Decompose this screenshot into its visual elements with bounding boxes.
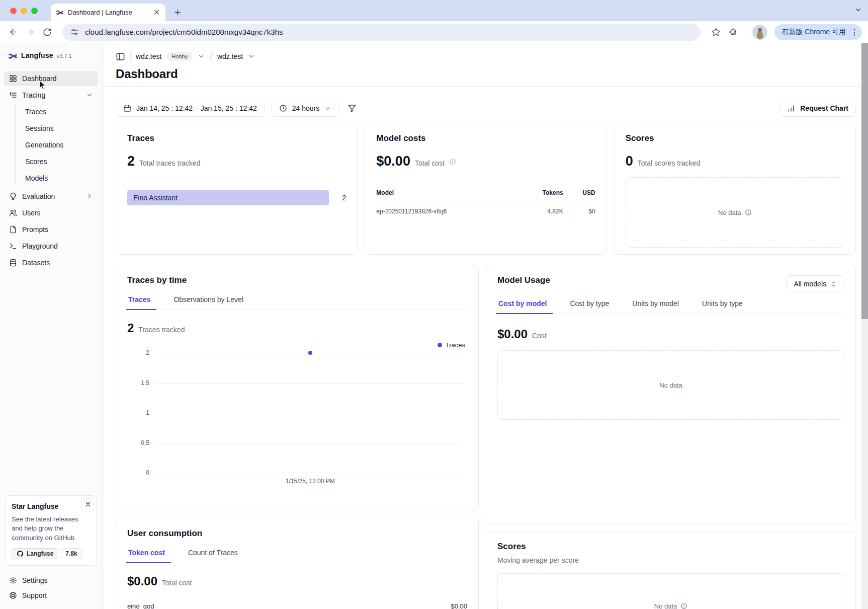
zoom-window-button[interactable] bbox=[31, 8, 38, 14]
info-icon[interactable] bbox=[449, 158, 456, 165]
sidebar-item-generations[interactable]: Generations bbox=[16, 137, 98, 153]
star-langfuse-card: Star Langfuse See the latest releases an… bbox=[5, 495, 97, 566]
sidebar-item-prompts[interactable]: Prompts bbox=[4, 222, 98, 237]
sidebar-item-playground[interactable]: Playground bbox=[4, 239, 98, 254]
tab-observations-by-level[interactable]: Observations by Level bbox=[172, 295, 244, 310]
tab-close-icon[interactable] bbox=[153, 9, 160, 16]
sidebar-item-datasets[interactable]: Datasets bbox=[4, 255, 98, 270]
chrome-update-label: 有新版 Chrome 可用 bbox=[782, 28, 846, 37]
page-header: wdz.test Hobby / wdz.test Dashboard bbox=[103, 43, 868, 87]
sidebar-item-models[interactable]: Models bbox=[16, 171, 98, 186]
model-usage-value: $0.00 bbox=[497, 327, 528, 341]
card-title: Traces by time bbox=[127, 275, 467, 285]
extensions-puzzle-icon[interactable] bbox=[726, 25, 740, 39]
request-chart-button[interactable]: Request Chart bbox=[779, 100, 856, 117]
interval-label: 24 hours bbox=[292, 104, 319, 112]
reload-button[interactable] bbox=[40, 25, 54, 39]
site-info-icon[interactable] bbox=[70, 28, 79, 36]
tab-units-by-model[interactable]: Units by model bbox=[631, 299, 680, 314]
chevron-right-icon bbox=[86, 193, 93, 200]
filter-funnel-icon[interactable] bbox=[345, 102, 359, 115]
github-star-count[interactable]: 7.8k bbox=[61, 548, 81, 559]
y-tick-label: 1.5 bbox=[127, 379, 149, 387]
chevron-down-icon[interactable] bbox=[198, 53, 205, 60]
user-consumption-value: $0.00 bbox=[127, 574, 157, 588]
tab-count-of-traces[interactable]: Count of Traces bbox=[187, 549, 239, 563]
brand-name: Langfuse bbox=[21, 51, 53, 59]
gridline bbox=[155, 413, 463, 413]
tab-cost-by-model[interactable]: Cost by model bbox=[497, 299, 548, 314]
model-usage-tabs: Cost by model Cost by type Units by mode… bbox=[497, 299, 844, 314]
gridline bbox=[155, 473, 463, 473]
tab-units-by-type[interactable]: Units by type bbox=[701, 299, 744, 314]
sidebar-item-scores[interactable]: Scores bbox=[16, 154, 98, 169]
sidebar-item-dashboard[interactable]: Dashboard bbox=[4, 71, 98, 86]
scores-bottom-card: Scores Moving average per score No data bbox=[486, 531, 856, 609]
model-costs-value: $0.00 bbox=[376, 154, 410, 169]
breadcrumb-project[interactable]: wdz.test bbox=[217, 52, 243, 60]
sidebar-item-sessions[interactable]: Sessions bbox=[16, 121, 98, 136]
sidebar-item-label: Evaluation bbox=[22, 192, 55, 200]
chevron-down-icon[interactable] bbox=[248, 53, 255, 60]
browser-menu-kebab-icon[interactable] bbox=[850, 28, 859, 37]
page-scrollbar bbox=[861, 43, 868, 609]
traces-tracked-label: Traces tracked bbox=[138, 326, 185, 334]
breadcrumb-org[interactable]: wdz.test bbox=[136, 52, 161, 60]
browser-tab[interactable]: Dashboard | Langfuse bbox=[51, 4, 165, 21]
model-costs-label: Total cost bbox=[415, 159, 445, 167]
url-text: cloud.langfuse.com/project/cm50idm0208mx… bbox=[85, 28, 283, 36]
sidebar-toggle-icon[interactable] bbox=[116, 52, 125, 61]
profile-avatar[interactable] bbox=[752, 25, 767, 40]
sidebar-item-users[interactable]: Users bbox=[4, 205, 98, 220]
legend-dot bbox=[438, 343, 442, 347]
y-tick-label: 0 bbox=[127, 469, 149, 476]
info-icon[interactable] bbox=[680, 602, 687, 609]
mouse-cursor bbox=[37, 80, 47, 90]
bookmark-star-icon[interactable] bbox=[709, 25, 723, 39]
browser-tab-strip: Dashboard | Langfuse bbox=[0, 0, 868, 21]
sidebar-item-settings[interactable]: Settings bbox=[4, 573, 98, 588]
users-icon bbox=[9, 209, 17, 217]
tab-cost-by-type[interactable]: Cost by type bbox=[569, 299, 610, 314]
info-icon[interactable] bbox=[745, 209, 752, 216]
list-item: eino_god $0.00 bbox=[127, 599, 467, 609]
date-range-button[interactable]: Jan 14, 25 : 12:42 – Jan 15, 25 : 12:42 bbox=[116, 100, 265, 117]
chevron-down-icon bbox=[324, 105, 331, 112]
model-costs-card: Model costs $0.00 Total cost Model Token… bbox=[365, 123, 606, 255]
close-icon[interactable] bbox=[84, 501, 92, 508]
back-button[interactable] bbox=[6, 25, 20, 39]
tab-search-caret-icon[interactable] bbox=[854, 6, 862, 14]
url-bar[interactable]: cloud.langfuse.com/project/cm50idm0208mx… bbox=[62, 24, 701, 41]
tab-token-cost[interactable]: Token cost bbox=[127, 549, 166, 563]
y-tick-label: 2 bbox=[127, 349, 149, 356]
browser-window: Dashboard | Langfuse cloud.langfuse.com/… bbox=[0, 0, 868, 609]
sidebar-item-evaluation[interactable]: Evaluation bbox=[4, 189, 98, 204]
user-consumption-list: eino_god $0.00 bbox=[127, 599, 467, 609]
sidebar-item-label: Playground bbox=[22, 242, 58, 250]
sidebar-item-tracing[interactable]: Tracing bbox=[4, 88, 98, 103]
brand: Langfuse v3.7.1 bbox=[4, 49, 98, 62]
bar-chart-icon bbox=[787, 104, 795, 112]
traces-time-chart: 2 1.5 1 0.5 0 1/15/25, 12:00 PM bbox=[155, 353, 463, 473]
sidebar-item-traces[interactable]: Traces bbox=[16, 104, 98, 119]
interval-select[interactable]: 24 hours bbox=[272, 100, 338, 117]
date-range-label: Jan 14, 25 : 12:42 – Jan 15, 25 : 12:42 bbox=[136, 104, 257, 112]
chart-legend: Traces bbox=[127, 341, 467, 349]
tab-traces[interactable]: Traces bbox=[127, 295, 151, 310]
user-consumption-card: User consumption Token cost Count of Tra… bbox=[116, 518, 479, 609]
data-point bbox=[308, 351, 312, 355]
stats-card-row: Traces 2 Total traces tracked Eino Assis… bbox=[116, 123, 856, 255]
scrollbar-thumb[interactable] bbox=[861, 43, 868, 319]
life-buoy-icon bbox=[9, 591, 17, 599]
sidebar-item-support[interactable]: Support bbox=[4, 588, 98, 603]
chrome-update-chip[interactable]: 有新版 Chrome 可用 bbox=[774, 24, 862, 40]
github-repo-button[interactable]: Langfuse bbox=[12, 548, 58, 559]
x-tick-label: 1/15/25, 12:00 PM bbox=[286, 478, 335, 485]
request-chart-label: Request Chart bbox=[800, 104, 848, 112]
close-window-button[interactable] bbox=[10, 8, 17, 14]
minimize-window-button[interactable] bbox=[21, 8, 27, 14]
forward-button[interactable] bbox=[23, 25, 37, 39]
new-tab-button[interactable] bbox=[170, 5, 185, 19]
y-tick-label: 1 bbox=[127, 409, 149, 416]
model-filter-select[interactable]: All models bbox=[786, 275, 844, 292]
